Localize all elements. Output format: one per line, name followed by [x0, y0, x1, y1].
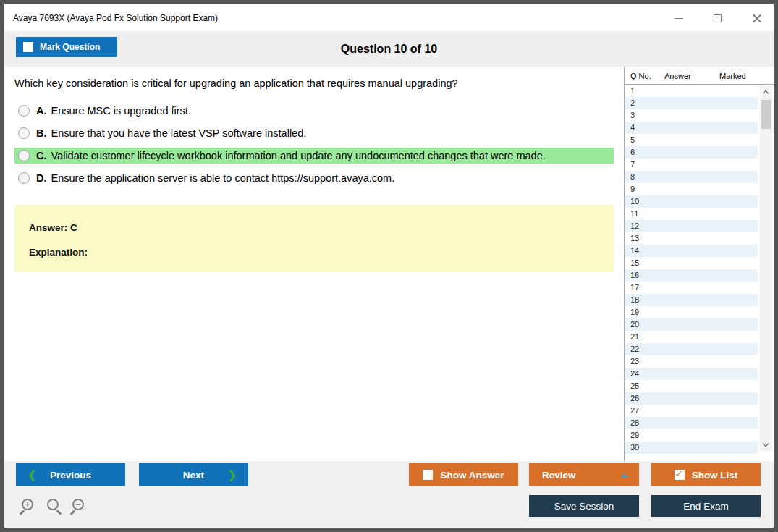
next-button[interactable]: Next ❯	[139, 463, 248, 486]
zoom-out-button[interactable]: −	[69, 497, 88, 517]
close-button[interactable]	[752, 13, 762, 23]
review-button[interactable]: Review	[529, 463, 639, 486]
minimize-button[interactable]	[674, 13, 684, 23]
question-marked-cell	[719, 392, 758, 405]
option-letter: B.	[36, 127, 47, 139]
next-label: Next	[183, 470, 204, 481]
previous-button[interactable]: ❮ Previous	[16, 463, 125, 486]
title-bar: Avaya 7693X (Avaya Pod Fx Solution Suppo…	[4, 4, 774, 31]
question-list-row[interactable]: 29	[625, 429, 758, 442]
question-number: 5	[625, 134, 664, 146]
question-list-row[interactable]: 16	[625, 269, 758, 282]
show-list-button[interactable]: Show List	[651, 463, 761, 486]
question-list-row[interactable]: 5	[625, 134, 758, 146]
question-answer-cell	[664, 195, 719, 208]
question-number: 25	[625, 380, 664, 392]
question-list-row[interactable]: 23	[625, 355, 758, 368]
question-number: 28	[625, 417, 664, 429]
question-list-row[interactable]: 21	[625, 331, 758, 343]
question-list-row[interactable]: 7	[625, 159, 758, 171]
question-answer-cell	[664, 183, 719, 195]
question-list-row[interactable]: 19	[625, 306, 758, 318]
question-list-row[interactable]: 26	[625, 392, 758, 405]
question-list-body: 1 2 3 4 5 6 7 8 9 10 11	[625, 85, 758, 454]
radio-button-icon[interactable]	[18, 127, 30, 139]
question-list-row[interactable]: 20	[625, 318, 758, 331]
question-list-row[interactable]: 10	[625, 195, 758, 208]
question-list-row[interactable]: 28	[625, 417, 758, 429]
question-marked-cell	[719, 97, 758, 109]
question-list-row[interactable]: 13	[625, 232, 758, 245]
question-marked-cell	[719, 442, 758, 454]
radio-button-icon[interactable]	[18, 172, 30, 184]
answer-option[interactable]: A. Ensure MSC is upgraded first.	[14, 103, 614, 119]
question-answer-cell	[664, 232, 719, 245]
question-list-row[interactable]: 17	[625, 282, 758, 294]
question-answer-cell	[664, 171, 719, 183]
question-number: 15	[625, 257, 664, 269]
answer-option[interactable]: D. Ensure the application server is able…	[14, 170, 614, 186]
end-exam-button[interactable]: End Exam	[651, 495, 761, 517]
zoom-reset-button[interactable]	[44, 497, 62, 517]
save-session-button[interactable]: Save Session	[529, 495, 639, 517]
scroll-up-button[interactable]	[760, 86, 772, 98]
mark-question-button[interactable]: Mark Question	[16, 37, 117, 57]
question-list-row[interactable]: 15	[625, 257, 758, 269]
question-answer-cell	[664, 257, 719, 269]
question-answer-cell	[664, 134, 719, 146]
question-list-row[interactable]: 4	[625, 122, 758, 134]
radio-button-icon[interactable]	[18, 105, 30, 117]
maximize-button[interactable]	[713, 13, 723, 23]
scrollbar-thumb[interactable]	[761, 100, 771, 129]
question-answer-cell	[664, 417, 719, 429]
options-list: A. Ensure MSC is upgraded first. B. Ensu…	[4, 103, 620, 186]
header-marked: Marked	[719, 72, 763, 80]
question-list-row[interactable]: 6	[625, 146, 758, 159]
question-marked-cell	[719, 294, 758, 306]
question-text: Which key consideration is critical for …	[14, 77, 608, 89]
question-answer-cell	[664, 282, 719, 294]
question-list-row[interactable]: 9	[625, 183, 758, 195]
question-number: 30	[625, 442, 664, 454]
question-list-row[interactable]: 11	[625, 208, 758, 220]
answer-option[interactable]: B. Ensure that you have the latest VSP s…	[14, 125, 614, 141]
question-marked-cell	[719, 282, 758, 294]
radio-button-icon[interactable]	[18, 150, 30, 161]
scroll-down-button[interactable]	[760, 439, 772, 451]
question-marked-cell	[719, 159, 758, 171]
question-list-scrollbar[interactable]	[760, 86, 772, 451]
question-list-row[interactable]: 8	[625, 171, 758, 183]
option-text: Ensure the application server is able to…	[51, 172, 395, 184]
question-marked-cell	[719, 232, 758, 245]
end-exam-label: End Exam	[683, 501, 728, 512]
question-marked-cell	[719, 331, 758, 343]
question-marked-cell	[719, 380, 758, 392]
zoom-in-button[interactable]: +	[19, 497, 37, 517]
magnifier-handle	[56, 510, 62, 515]
question-number: 7	[625, 159, 664, 171]
question-list-row[interactable]: 30	[625, 442, 758, 454]
show-list-checkbox-icon[interactable]	[675, 470, 685, 480]
question-list-row[interactable]: 25	[625, 380, 758, 392]
chevron-down-icon	[763, 441, 769, 447]
question-list-row[interactable]: 14	[625, 245, 758, 257]
question-number: 11	[625, 208, 664, 220]
show-answer-checkbox-icon[interactable]	[423, 470, 433, 480]
question-marked-cell	[719, 220, 758, 232]
question-number: 12	[625, 220, 664, 232]
question-list-row[interactable]: 27	[625, 405, 758, 417]
mark-question-checkbox-icon[interactable]	[23, 42, 33, 52]
show-answer-button[interactable]: Show Answer	[409, 463, 518, 486]
question-list-row[interactable]: 24	[625, 368, 758, 380]
answer-option[interactable]: C. Validate customer lifecycle workbook …	[14, 148, 614, 164]
question-list-row[interactable]: 2	[625, 97, 758, 109]
question-list-row[interactable]: 1	[625, 85, 758, 97]
option-text: Ensure MSC is upgraded first.	[51, 105, 191, 117]
question-list-row[interactable]: 18	[625, 294, 758, 306]
question-number: 29	[625, 429, 664, 442]
question-marked-cell	[719, 368, 758, 380]
toolbar: Question 10 of 10 Mark Question	[4, 31, 774, 67]
question-list-row[interactable]: 12	[625, 220, 758, 232]
question-list-row[interactable]: 22	[625, 343, 758, 355]
question-list-row[interactable]: 3	[625, 109, 758, 122]
